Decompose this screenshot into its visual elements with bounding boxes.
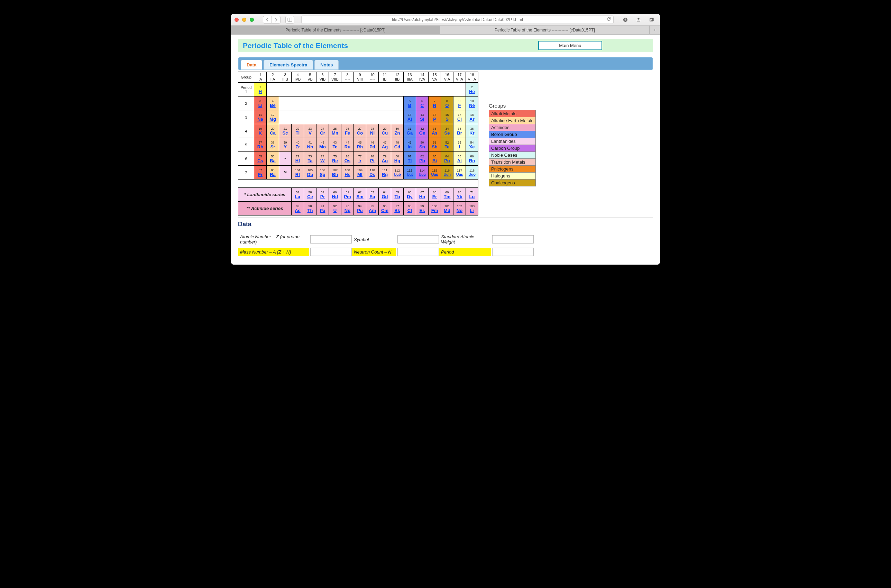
sidebar-toggle-button[interactable] <box>285 16 294 24</box>
element-Tl[interactable]: 81Tl <box>404 152 416 166</box>
element-Uut[interactable]: 113Uut <box>404 166 416 180</box>
element-Pb[interactable]: 82Pb <box>416 152 429 166</box>
element-Ti[interactable]: 22Ti <box>292 124 304 138</box>
element-Ga[interactable]: 31Ga <box>404 124 416 138</box>
main-menu-button[interactable]: Main Menu <box>538 41 602 50</box>
field-input[interactable] <box>310 248 352 256</box>
element-Rf[interactable]: 104Rf <box>292 166 304 180</box>
element-Uub[interactable]: 112Uub <box>391 166 404 180</box>
element-Ne[interactable]: 10Ne <box>466 96 478 110</box>
element-Nb[interactable]: 41Nb <box>304 138 316 152</box>
element-Re[interactable]: 75Re <box>329 152 341 166</box>
element-Y[interactable]: 39Y <box>279 138 292 152</box>
element-Fm[interactable]: 100Fm <box>429 202 441 216</box>
element-Rg[interactable]: 111Rg <box>379 166 391 180</box>
element-U[interactable]: 92U <box>329 202 341 216</box>
element-Ir[interactable]: 77Ir <box>354 152 366 166</box>
element-N[interactable]: 7N <box>429 96 441 110</box>
element-Pm[interactable]: 61Pm <box>341 188 354 202</box>
element-Db[interactable]: 105Db <box>304 166 316 180</box>
element-Lr[interactable]: 103Lr <box>466 202 478 216</box>
element-O[interactable]: 8O <box>441 96 453 110</box>
browser-tab-1[interactable]: Periodic Table of the Elements ---------… <box>440 26 650 34</box>
element-No[interactable]: 102No <box>453 202 466 216</box>
element-Uup[interactable]: 115Uup <box>429 166 441 180</box>
element-Rh[interactable]: 45Rh <box>354 138 366 152</box>
element-Be[interactable]: 4Be <box>267 96 279 110</box>
zoom-window-button[interactable] <box>250 18 254 22</box>
element-Sm[interactable]: 62Sm <box>354 188 366 202</box>
reload-icon[interactable] <box>606 16 611 22</box>
element-V[interactable]: 23V <box>304 124 316 138</box>
element-Sr[interactable]: 38Sr <box>267 138 279 152</box>
element-I[interactable]: 53I <box>453 138 466 152</box>
element-Fe[interactable]: 26Fe <box>341 124 354 138</box>
element-Ge[interactable]: 32Ge <box>416 124 429 138</box>
element-At[interactable]: 85At <box>453 152 466 166</box>
element-Rb[interactable]: 37Rb <box>254 138 267 152</box>
downloads-button[interactable] <box>621 16 630 24</box>
field-input[interactable] <box>310 235 352 243</box>
element-Cu[interactable]: 29Cu <box>379 124 391 138</box>
element-Uuq[interactable]: 114Uuq <box>416 166 429 180</box>
element-Lu[interactable]: 71Lu <box>466 188 478 202</box>
element-C[interactable]: 6C <box>416 96 429 110</box>
field-input[interactable] <box>398 248 439 256</box>
element-Ta[interactable]: 73Ta <box>304 152 316 166</box>
element-Eu[interactable]: 63Eu <box>366 188 379 202</box>
forward-button[interactable] <box>272 16 280 24</box>
element-Er[interactable]: 68Er <box>429 188 441 202</box>
element-Gd[interactable]: 64Gd <box>379 188 391 202</box>
element-Ra[interactable]: 88Ra <box>267 166 279 180</box>
element-Uuh[interactable]: 116Uuh <box>441 166 453 180</box>
element-Ho[interactable]: 67Ho <box>416 188 429 202</box>
element-Os[interactable]: 76Os <box>341 152 354 166</box>
element-As[interactable]: 33As <box>429 124 441 138</box>
element-Bh[interactable]: 107Bh <box>329 166 341 180</box>
element-Au[interactable]: 79Au <box>379 152 391 166</box>
element-Cr[interactable]: 24Cr <box>316 124 329 138</box>
new-tab-button[interactable]: + <box>650 26 660 34</box>
element-Ca[interactable]: 20Ca <box>267 124 279 138</box>
element-Am[interactable]: 95Am <box>366 202 379 216</box>
show-all-tabs-button[interactable] <box>647 16 657 24</box>
element-Mg[interactable]: 12Mg <box>267 110 279 124</box>
field-input[interactable] <box>398 235 439 243</box>
element-Th[interactable]: 90Th <box>304 202 316 216</box>
element-Al[interactable]: 13Al <box>404 110 416 124</box>
element-Hs[interactable]: 108Hs <box>341 166 354 180</box>
field-input[interactable] <box>492 235 534 243</box>
element-Pt[interactable]: 78Pt <box>366 152 379 166</box>
element-Sb[interactable]: 51Sb <box>429 138 441 152</box>
element-Pd[interactable]: 46Pd <box>366 138 379 152</box>
element-Fr[interactable]: 87Fr <box>254 166 267 180</box>
element-Np[interactable]: 93Np <box>341 202 354 216</box>
element-Kr[interactable]: 36Kr <box>466 124 478 138</box>
element-Na[interactable]: 11Na <box>254 110 267 124</box>
element-Co[interactable]: 27Co <box>354 124 366 138</box>
element-Xe[interactable]: 54Xe <box>466 138 478 152</box>
minimize-window-button[interactable] <box>242 18 246 22</box>
element-La[interactable]: 57La <box>292 188 304 202</box>
element-Cs[interactable]: 55Cs <box>254 152 267 166</box>
element-Se[interactable]: 34Se <box>441 124 453 138</box>
element-Hg[interactable]: 80Hg <box>391 152 404 166</box>
element-Md[interactable]: 101Md <box>441 202 453 216</box>
element-Ni[interactable]: 28Ni <box>366 124 379 138</box>
element-Yb[interactable]: 70Yb <box>453 188 466 202</box>
element-He[interactable]: 2He <box>466 82 478 96</box>
element-Cd[interactable]: 48Cd <box>391 138 404 152</box>
element-Ce[interactable]: 58Ce <box>304 188 316 202</box>
element-W[interactable]: 74W <box>316 152 329 166</box>
element-Ac[interactable]: 89Ac <box>292 202 304 216</box>
element-P[interactable]: 15P <box>429 110 441 124</box>
element-Sc[interactable]: 21Sc <box>279 124 292 138</box>
element-Li[interactable]: 3Li <box>254 96 267 110</box>
element-S[interactable]: 16S <box>441 110 453 124</box>
element-Zr[interactable]: 40Zr <box>292 138 304 152</box>
element-Pr[interactable]: 59Pr <box>316 188 329 202</box>
element-Nd[interactable]: 60Nd <box>329 188 341 202</box>
share-button[interactable] <box>634 16 644 24</box>
element-Mn[interactable]: 25Mn <box>329 124 341 138</box>
element-Po[interactable]: 84Po <box>441 152 453 166</box>
